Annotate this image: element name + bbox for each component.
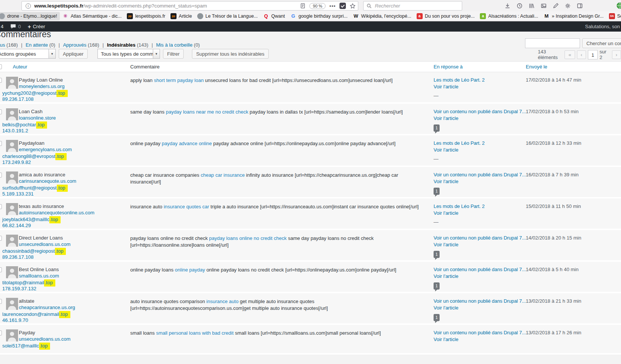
in-response-link[interactable]: Voir un contenu non publié dans Drupal 7… [434, 235, 526, 241]
in-response-link[interactable]: Voir un contenu non publié dans Drupal 7… [434, 298, 526, 304]
bookmark-item[interactable]: pplespetitspois.fr [124, 12, 168, 20]
page-url[interactable]: www.lespetitspois.fr/wp-admin/edit-comme… [34, 3, 298, 9]
comment-inline-link[interactable]: small personal loans with bad credit [156, 330, 234, 336]
in-response-link[interactable]: Les mots de Léo Part. 2 [434, 203, 526, 209]
author-website-link[interactable]: smallloans.us.com [19, 273, 130, 279]
url-bar[interactable]: i www.lespetitspois.fr/wp-admin/edit-com… [21, 1, 358, 11]
author-email-link[interactable]: solei517@mailllc.top [2, 343, 130, 349]
admin-greeting[interactable]: Salutations, son [585, 24, 621, 29]
author-website-link[interactable]: autoinsurancequotesonline.us.com [19, 209, 130, 216]
bookmark-item[interactable]: aDu son pour vos proje... [414, 12, 478, 20]
download-icon[interactable] [504, 3, 511, 9]
bookmark-item[interactable]: SNSolutions Numériques... [606, 12, 621, 20]
in-response-link[interactable]: Les mots de Léo Part. 2 [434, 140, 526, 146]
search-comments-button[interactable]: Chercher un commentaire [582, 38, 621, 48]
history-icon[interactable] [516, 3, 523, 9]
screenshot-icon[interactable] [540, 3, 547, 9]
filter-button[interactable]: Filtrer [163, 49, 184, 59]
pending-count-badge[interactable]: 1 [434, 282, 440, 290]
author-ip-link[interactable]: 178.159.37.132 [2, 286, 130, 292]
author-ip-link[interactable]: 89.236.17.108 [2, 96, 130, 102]
bulk-actions-select[interactable]: Actions groupées ▼ [0, 49, 56, 59]
comment-inline-link[interactable]: online payday [175, 267, 205, 273]
comment-inline-link[interactable]: short term payday loan [154, 77, 204, 83]
author-ip-link[interactable]: 143.0.191.2 [2, 128, 130, 134]
author-ip-link[interactable]: 173.249.9.82 [2, 159, 130, 165]
author-website-link[interactable]: unsecuredloans.us.com [19, 241, 130, 247]
row-checkbox[interactable] [0, 78, 2, 83]
bookmark-item[interactable]: ✳Atlas Sémantique - dic... [60, 12, 124, 20]
zoom-level-button[interactable]: 90 % [309, 3, 326, 9]
author-ip-link[interactable]: 5.189.133.231 [2, 191, 130, 197]
globe-icon[interactable] [616, 2, 621, 11]
browser-search-bar[interactable]: Rechercher [363, 1, 462, 11]
author-email-link[interactable]: charlesong88@evropost.top [2, 153, 130, 159]
in-response-link[interactable]: Voir un contenu non publié dans Drupal 7… [434, 267, 526, 273]
author-website-link[interactable]: cheapcarinsurance.us.org [19, 304, 130, 311]
author-email-link[interactable]: yychung2002@regiopost.top [2, 90, 130, 96]
comment-inline-link[interactable]: cheap car insurance [201, 172, 245, 178]
delete-all-spam-button[interactable]: Supprimer tous les indésirables [192, 49, 268, 59]
view-article-link[interactable]: Voir l'article [434, 305, 526, 311]
bookmark-item[interactable]: drone - Etymo...logique! [0, 12, 60, 20]
row-checkbox[interactable] [0, 267, 2, 272]
bookmark-item[interactable]: QQwant [260, 12, 288, 20]
comment-inline-link[interactable]: payday loans near me no credit check [166, 109, 248, 115]
view-article-link[interactable]: Voir l'article [434, 84, 526, 90]
row-checkbox[interactable] [0, 299, 2, 304]
view-article-link[interactable]: Voir l'article [434, 273, 526, 279]
view-article-link[interactable]: Voir l'article [434, 147, 526, 153]
in-response-link[interactable]: Voir un contenu non publié dans Drupal 7… [434, 109, 526, 115]
site-info-icon[interactable]: i [26, 3, 31, 9]
admin-comments-item[interactable]: 0 [7, 21, 24, 32]
filter-link-en-attente[interactable]: En attente [26, 42, 48, 48]
pagination-next-button[interactable]: › [612, 50, 621, 59]
apply-button[interactable]: Appliquer [59, 49, 88, 59]
pending-count-badge[interactable]: 1 [434, 251, 440, 258]
view-article-link[interactable]: Voir l'article [434, 242, 526, 248]
bookmark-item[interactable]: Ggoogle birthday surpri... [288, 12, 350, 20]
row-checkbox[interactable] [0, 109, 2, 114]
author-website-link[interactable]: carinsurancequote.us.com [19, 178, 130, 184]
filter-link-ind-sirables[interactable]: Indésirables [107, 42, 135, 48]
row-checkbox[interactable] [0, 236, 2, 241]
row-checkbox[interactable] [0, 173, 2, 177]
filter-link-mis-la-corbeille[interactable]: Mis à la corbeille [156, 42, 193, 48]
edit-icon[interactable] [553, 3, 559, 9]
view-article-link[interactable]: Voir l'article [434, 337, 526, 343]
view-article-link[interactable]: Voir l'article [434, 179, 526, 185]
author-email-link[interactable]: surfisduffhunt@regiopost.top [2, 185, 130, 191]
library-icon[interactable] [528, 3, 535, 9]
bookmark-item[interactable]: Le Trésor de la Langue... [195, 12, 260, 20]
row-checkbox[interactable] [0, 331, 2, 335]
search-comments-input[interactable] [525, 38, 580, 48]
comment-inline-link[interactable]: payday loans online no credit check [209, 235, 287, 241]
new-content-button[interactable]: + Créer [24, 21, 48, 32]
comment-inline-link[interactable]: insurance quotes car [164, 204, 209, 209]
view-article-link[interactable]: Voir l'article [434, 210, 526, 216]
in-response-link[interactable]: Voir un contenu non publié dans Drupal 7… [434, 172, 526, 178]
row-checkbox[interactable] [0, 141, 2, 146]
in-response-link[interactable]: Voir un contenu non publié dans Drupal 7… [434, 330, 526, 336]
select-all-checkbox[interactable] [0, 64, 2, 69]
filter-link-approuv-s[interactable]: Approuvés [63, 42, 86, 48]
column-header-sent[interactable]: Envoyé le [526, 64, 547, 70]
view-article-link[interactable]: Voir l'article [434, 115, 526, 121]
pagination-prev-button[interactable]: ‹ [577, 50, 586, 59]
bookmark-star-icon[interactable] [350, 3, 356, 9]
author-ip-link[interactable]: 46.161.9.70 [2, 317, 130, 323]
column-header-in-response[interactable]: En réponse à [434, 64, 463, 70]
author-ip-link[interactable]: 89.236.17.108 [2, 254, 130, 260]
author-website-link[interactable]: unsecuredloans.us.com [19, 336, 130, 342]
bookmark-item[interactable]: ppArticle [168, 12, 195, 20]
filter-link-tous[interactable]: Tous [0, 42, 5, 48]
author-email-link[interactable]: titolaptop@rainmail.top [2, 279, 130, 286]
author-email-link[interactable]: chaossinbad@regiopost.top [2, 248, 130, 254]
in-response-link[interactable]: Les mots de Léo Part. 2 [434, 77, 526, 83]
author-email-link[interactable]: joeyblack643@mailllc.top [2, 216, 130, 223]
bookmark-item[interactable]: M» Inspiration Design Gr... [541, 12, 606, 20]
pending-count-badge[interactable]: 1 [434, 314, 440, 321]
sidebar-icon[interactable] [577, 3, 583, 9]
author-ip-link[interactable]: 66.82.144.29 [2, 223, 130, 229]
pending-count-badge[interactable]: 1 [434, 124, 440, 132]
